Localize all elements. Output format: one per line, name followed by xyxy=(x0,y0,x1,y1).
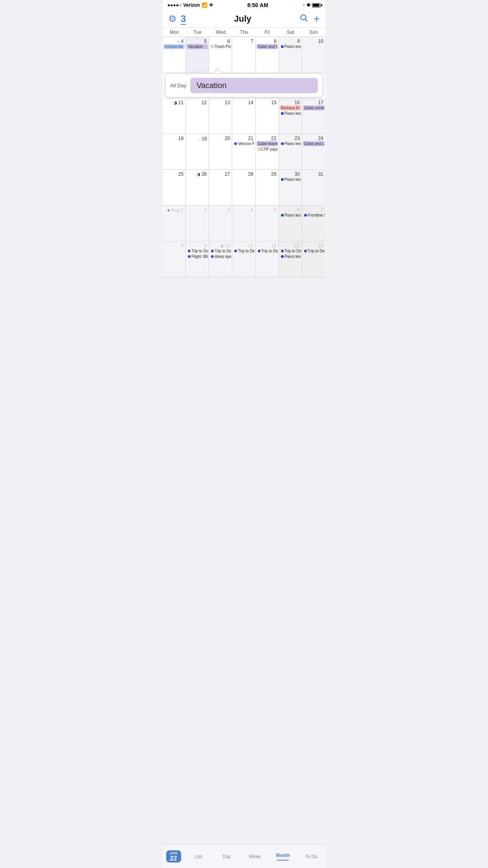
add-button[interactable]: + xyxy=(314,13,320,24)
day-cell-jul11[interactable]: ◑11 xyxy=(163,98,186,134)
day-cell-jul16[interactable]: 16 Barbara Kl Piano less xyxy=(279,98,302,134)
day-cell-jul29[interactable]: 29 xyxy=(256,170,279,205)
day-number: 29 xyxy=(257,171,278,177)
search-icon[interactable] xyxy=(299,13,308,24)
day-cell-jul30[interactable]: 30 Piano less xyxy=(279,170,302,205)
event-vacation[interactable]: Vacation xyxy=(187,44,208,49)
notification-badge[interactable]: 3 xyxy=(181,14,186,24)
day-cell-jul31[interactable]: 31 xyxy=(302,170,325,205)
day-cell-aug9[interactable]: 9 Trip to De Flight: B6 xyxy=(186,241,209,277)
event-gabe-fri[interactable]: Gabe and I xyxy=(257,44,278,49)
popup-event-name[interactable]: Vacation xyxy=(190,78,318,93)
event-piano-30[interactable]: Piano less xyxy=(280,177,301,182)
day-cell-jul22[interactable]: 22 Gabe leave LTIP payo xyxy=(256,134,279,169)
day-cell-aug1[interactable]: ●Aug 1 xyxy=(163,206,186,241)
event-piano-sat16[interactable]: Piano less xyxy=(280,111,301,116)
day-cell-jul7[interactable]: 7 xyxy=(232,37,255,72)
day-number: ○19 xyxy=(187,135,208,142)
day-cell-aug13[interactable]: 13 Trip to De Piano less xyxy=(279,241,302,277)
day-cell-aug2[interactable]: 2 xyxy=(186,206,209,241)
week-row-5: ●Aug 1 2 3 4 5 6 Piano less 7 Frontline … xyxy=(163,206,325,241)
day-cell-jul9[interactable]: 9 Piano less xyxy=(279,37,302,72)
day-cell-jul6[interactable]: 6 Trash Pick xyxy=(209,37,232,72)
page-title: July xyxy=(234,14,251,24)
event-trip-aug9[interactable]: Trip to De xyxy=(187,248,208,254)
event-gabe-leave[interactable]: Gabe leave xyxy=(257,141,278,146)
day-cell-jul23[interactable]: 23 Piano less xyxy=(279,134,302,169)
event-piano-sat23[interactable]: Piano less xyxy=(280,141,301,146)
event-gabe-24[interactable]: Gabe and L xyxy=(303,141,325,146)
event-piano-sat9[interactable]: Piano less xyxy=(280,44,301,49)
event-piano-aug6[interactable]: Piano less xyxy=(280,213,301,218)
day-cell-aug12[interactable]: 12 Trip to De xyxy=(256,241,279,277)
day-number: ◑11 xyxy=(163,99,185,105)
settings-icon[interactable]: ⚙ xyxy=(168,13,177,24)
day-number: 23 xyxy=(280,135,301,141)
event-flight-b6-aug9[interactable]: Flight: B6 xyxy=(187,254,208,259)
day-cell-jul19[interactable]: ○19 xyxy=(186,134,209,169)
event-piano-aug13[interactable]: Piano less xyxy=(280,254,301,259)
svg-point-0 xyxy=(301,15,306,20)
event-independence[interactable]: Independe xyxy=(163,44,185,49)
day-number: 9 xyxy=(187,242,208,248)
day-number: 6 xyxy=(210,38,231,44)
day-header-thu: Thu xyxy=(232,28,255,37)
day-number: 12 xyxy=(187,99,208,105)
event-gabe-come[interactable]: Gabe come xyxy=(303,105,325,110)
day-cell-jul25[interactable]: 25 xyxy=(163,170,186,205)
day-cell-aug4[interactable]: 4 xyxy=(232,206,255,241)
day-number: ●Aug 1 xyxy=(163,206,185,213)
day-number: 20 xyxy=(210,135,231,141)
day-number: 17 xyxy=(303,99,325,105)
day-cell-aug14[interactable]: 14 Trip to De xyxy=(302,241,325,277)
day-cell-jul12[interactable]: 12 xyxy=(186,98,209,134)
day-cell-jul24[interactable]: 24 Gabe and L xyxy=(302,134,325,169)
day-cell-aug6[interactable]: 6 Piano less xyxy=(279,206,302,241)
day-cell-jul20[interactable]: 20 xyxy=(209,134,232,169)
day-cell-aug10[interactable]: ◑10 Trip to De sleep spe xyxy=(209,241,232,277)
event-frontline[interactable]: Frontline f xyxy=(303,213,325,218)
popup-container[interactable]: All Day Vacation xyxy=(165,74,323,97)
day-cell-jul14[interactable]: 14 xyxy=(232,98,255,134)
day-number: 13 xyxy=(210,99,231,105)
event-trip-aug13[interactable]: Trip to De xyxy=(280,248,301,254)
day-number: 10 xyxy=(303,38,325,44)
event-sleep-aug10[interactable]: sleep spe xyxy=(210,254,231,259)
day-number: 15 xyxy=(257,99,278,105)
day-cell-jul10[interactable]: 10 xyxy=(302,37,325,72)
day-cell-aug8[interactable]: 8 xyxy=(163,241,186,277)
event-trash[interactable]: Trash Pick xyxy=(210,44,231,49)
event-verizon[interactable]: Verizon Fi xyxy=(233,141,254,146)
day-cell-jul26[interactable]: ◑26 xyxy=(186,170,209,205)
day-number: 13 xyxy=(280,242,301,248)
day-cell-jul4[interactable]: ●4 Independe xyxy=(163,37,186,72)
day-number: 6 xyxy=(280,206,301,213)
day-cell-jul13[interactable]: 13 xyxy=(209,98,232,134)
day-cell-jul21[interactable]: 21 Verizon Fi xyxy=(232,134,255,169)
event-trip-aug14[interactable]: Trip to De xyxy=(303,248,325,254)
day-number: 8 xyxy=(163,242,185,248)
day-cell-jul27[interactable]: 27 xyxy=(209,170,232,205)
day-cell-aug5[interactable]: 5 xyxy=(256,206,279,241)
event-trip-aug10[interactable]: Trip to De xyxy=(210,248,231,254)
header: ⚙ 3 July + xyxy=(163,10,325,28)
day-number: 30 xyxy=(280,171,301,177)
day-cell-jul18[interactable]: 18 xyxy=(163,134,186,169)
day-cell-jul15[interactable]: 15 xyxy=(256,98,279,134)
event-barbara[interactable]: Barbara Kl xyxy=(280,105,301,110)
day-header-tue: Tue xyxy=(186,28,209,37)
day-cell-aug11[interactable]: 11 Trip to De xyxy=(232,241,255,277)
day-cell-jul5[interactable]: 5 Vacation xyxy=(186,37,209,72)
day-number: 9 xyxy=(280,38,301,44)
day-cell-jul17[interactable]: 17 Gabe come xyxy=(302,98,325,134)
event-ltip[interactable]: LTIP payo xyxy=(257,147,278,152)
day-cell-aug7[interactable]: 7 Frontline f xyxy=(302,206,325,241)
calendar-grid: ●4 Independe 5 Vacation 6 Trash Pick 7 8… xyxy=(163,37,325,277)
event-trip-aug11[interactable]: Trip to De xyxy=(233,248,254,254)
day-cell-jul8[interactable]: 8 Gabe and I xyxy=(256,37,279,72)
event-trip-aug12[interactable]: Trip to De xyxy=(257,248,278,254)
day-cell-jul28[interactable]: 28 xyxy=(232,170,255,205)
day-number: ◑10 xyxy=(210,242,231,248)
day-cell-aug3[interactable]: 3 xyxy=(209,206,232,241)
day-number: 4 xyxy=(233,206,254,213)
